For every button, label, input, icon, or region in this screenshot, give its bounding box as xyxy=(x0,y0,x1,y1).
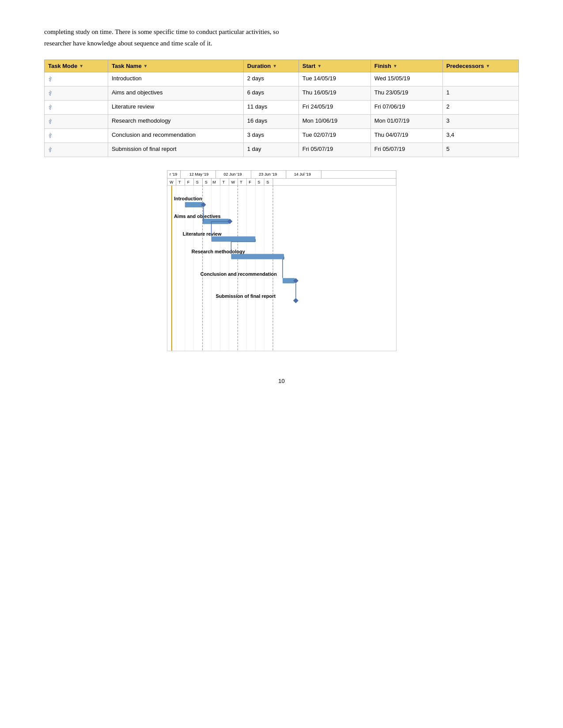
task-mode-icon: ⚕ xyxy=(48,131,52,140)
table-row: ⚕Research methodology16 daysMon 10/06/19… xyxy=(45,115,519,129)
start-cell: Thu 16/05/19 xyxy=(299,86,370,101)
predecessors-cell: 2 xyxy=(442,101,518,115)
sort-icon-finish: ▼ xyxy=(393,64,397,68)
task-mode-cell: ⚕ xyxy=(45,72,108,86)
svg-text:r '19: r '19 xyxy=(169,172,177,176)
table-row: ⚕Submission of final report1 dayFri 05/0… xyxy=(45,143,519,157)
duration-cell: 6 days xyxy=(243,86,299,101)
svg-text:Literature review: Literature review xyxy=(182,231,221,236)
task-name-cell: Conclusion and recommendation xyxy=(108,129,243,143)
svg-text:Conclusion and recommendation: Conclusion and recommendation xyxy=(200,271,276,277)
svg-text:S: S xyxy=(266,180,269,184)
intro-paragraph: completing study on time. There is some … xyxy=(44,26,519,49)
finish-cell: Fri 05/07/19 xyxy=(370,143,442,157)
task-mode-icon: ⚕ xyxy=(48,117,52,126)
predecessors-cell: 5 xyxy=(442,143,518,157)
col-header-duration: Duration ▼ xyxy=(243,60,299,72)
finish-cell: Thu 23/05/19 xyxy=(370,86,442,101)
duration-cell: 11 days xyxy=(243,101,299,115)
finish-cell: Thu 04/07/19 xyxy=(370,129,442,143)
task-name-cell: Aims and objectives xyxy=(108,86,243,101)
svg-text:Introduction: Introduction xyxy=(174,196,202,201)
svg-text:S: S xyxy=(196,180,198,184)
svg-rect-11 xyxy=(321,170,396,178)
table-row: ⚕Conclusion and recommendation3 daysTue … xyxy=(45,129,519,143)
sort-icon-start: ▼ xyxy=(317,64,321,68)
table-row: ⚕Aims and objectives6 daysThu 16/05/19Th… xyxy=(45,86,519,101)
predecessors-cell: 3 xyxy=(442,115,518,129)
task-name-cell: Research methodology xyxy=(108,115,243,129)
col-header-task-name: Task Name ▼ xyxy=(108,60,243,72)
task-mode-icon: ⚕ xyxy=(48,146,52,154)
svg-rect-36 xyxy=(273,178,396,185)
svg-text:Aims and objectives: Aims and objectives xyxy=(174,214,220,219)
sort-icon-predecessors: ▼ xyxy=(486,64,490,68)
duration-cell: 2 days xyxy=(243,72,299,86)
svg-text:T: T xyxy=(178,180,181,184)
svg-text:T: T xyxy=(240,180,242,184)
finish-cell: Fri 07/06/19 xyxy=(370,101,442,115)
sort-icon-task-name: ▼ xyxy=(144,64,148,68)
svg-rect-62 xyxy=(231,254,284,259)
svg-text:T: T xyxy=(222,180,225,184)
duration-cell: 3 days xyxy=(243,129,299,143)
duration-cell: 16 days xyxy=(243,115,299,129)
predecessors-cell: 1 xyxy=(442,86,518,101)
svg-rect-60 xyxy=(211,236,255,242)
task-mode-icon: ⚕ xyxy=(48,89,52,98)
col-header-finish: Finish ▼ xyxy=(370,60,442,72)
task-mode-cell: ⚕ xyxy=(45,101,108,115)
svg-text:S: S xyxy=(257,180,260,184)
svg-text:02 Jun '19: 02 Jun '19 xyxy=(223,172,242,176)
finish-cell: Wed 15/05/19 xyxy=(370,72,442,86)
start-cell: Tue 02/07/19 xyxy=(299,129,370,143)
svg-text:23 Jun '19: 23 Jun '19 xyxy=(259,172,277,176)
predecessors-cell: 3,4 xyxy=(442,129,518,143)
start-cell: Mon 10/06/19 xyxy=(299,115,370,129)
task-name-cell: Literature review xyxy=(108,101,243,115)
svg-text:12 May '19: 12 May '19 xyxy=(189,172,208,176)
task-mode-cell: ⚕ xyxy=(45,86,108,101)
svg-text:Research methodology: Research methodology xyxy=(191,249,245,254)
start-cell: Tue 14/05/19 xyxy=(299,72,370,86)
table-row: ⚕Introduction2 daysTue 14/05/19Wed 15/05… xyxy=(45,72,519,86)
page-number: 10 xyxy=(44,378,519,384)
col-header-predecessors: Predecessors ▼ xyxy=(442,60,518,72)
svg-rect-54 xyxy=(185,202,202,207)
svg-text:Submission of final report: Submission of final report xyxy=(215,293,276,299)
task-mode-cell: ⚕ xyxy=(45,115,108,129)
duration-cell: 1 day xyxy=(243,143,299,157)
task-mode-cell: ⚕ xyxy=(45,143,108,157)
sort-icon-task-mode: ▼ xyxy=(79,64,83,68)
table-row: ⚕Literature review11 daysFri 24/05/19Fri… xyxy=(45,101,519,115)
col-header-start: Start ▼ xyxy=(299,60,370,72)
finish-cell: Mon 01/07/19 xyxy=(370,115,442,129)
task-mode-cell: ⚕ xyxy=(45,129,108,143)
svg-text:M: M xyxy=(212,180,215,184)
gantt-chart: r '19 12 May '19 02 Jun '19 23 Jun '19 1… xyxy=(167,170,397,351)
svg-text:W: W xyxy=(231,180,235,184)
col-header-task-mode: Task Mode ▼ xyxy=(45,60,108,72)
svg-text:S: S xyxy=(204,180,207,184)
svg-text:F: F xyxy=(249,180,251,184)
task-mode-icon: ⚕ xyxy=(48,103,52,112)
predecessors-cell xyxy=(442,72,518,86)
svg-text:W: W xyxy=(169,180,173,184)
sort-icon-duration: ▼ xyxy=(272,64,277,68)
task-mode-icon: ⚕ xyxy=(48,75,52,83)
svg-text:F: F xyxy=(187,180,189,184)
svg-text:14 Jul '19: 14 Jul '19 xyxy=(294,172,310,176)
start-cell: Fri 05/07/19 xyxy=(299,143,370,157)
start-cell: Fri 24/05/19 xyxy=(299,101,370,115)
svg-rect-64 xyxy=(282,278,295,283)
gantt-table: Task Mode ▼ Task Name ▼ Duration ▼ Start xyxy=(44,60,519,157)
gantt-svg: r '19 12 May '19 02 Jun '19 23 Jun '19 1… xyxy=(167,170,397,351)
task-name-cell: Submission of final report xyxy=(108,143,243,157)
task-name-cell: Introduction xyxy=(108,72,243,86)
